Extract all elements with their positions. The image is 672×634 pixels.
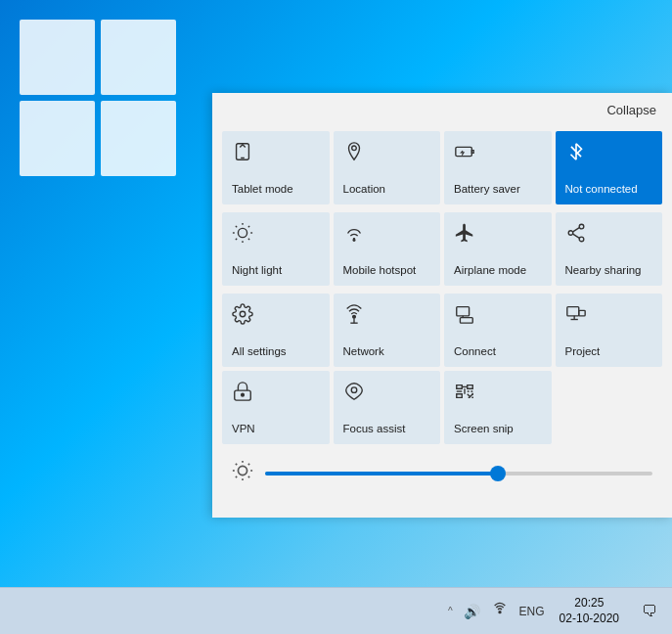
night-light-icon xyxy=(232,222,253,247)
svg-rect-23 xyxy=(457,307,470,316)
network-icon xyxy=(343,303,365,328)
nearby-sharing-label: Nearby sharing xyxy=(565,264,642,278)
tablet-mode-label: Tablet mode xyxy=(232,183,293,197)
tile-focus-assist[interactable]: Focus assist xyxy=(334,371,441,444)
taskbar-notification-button[interactable]: 🗨 xyxy=(631,588,668,635)
taskbar-language[interactable]: ENG xyxy=(516,603,548,620)
tile-bluetooth[interactable]: Not connected xyxy=(556,131,663,204)
all-settings-icon xyxy=(232,303,253,328)
taskbar-clock[interactable]: 20:25 02-10-2020 xyxy=(554,596,625,626)
svg-point-19 xyxy=(240,311,246,317)
svg-point-14 xyxy=(579,224,584,229)
network-label: Network xyxy=(343,345,384,359)
location-icon xyxy=(343,141,365,165)
focus-assist-label: Focus assist xyxy=(343,423,406,436)
logo-pane-br xyxy=(101,101,176,176)
svg-line-18 xyxy=(572,234,579,238)
tiles-grid-row4: VPN Focus assist xyxy=(212,371,672,448)
mobile-hotspot-label: Mobile hotspot xyxy=(343,264,417,278)
vpn-icon xyxy=(232,381,253,405)
collapse-button[interactable]: Collapse xyxy=(212,93,672,127)
svg-line-8 xyxy=(248,239,249,240)
taskbar-right: ^ 🔊 ENG 20:25 02-10-2020 🗨 xyxy=(448,588,668,634)
svg-rect-26 xyxy=(566,307,578,316)
connect-label: Connect xyxy=(454,345,496,359)
location-label: Location xyxy=(343,183,385,197)
battery-saver-label: Battery saver xyxy=(454,183,520,197)
svg-point-45 xyxy=(499,611,501,613)
bluetooth-label: Not connected xyxy=(565,183,638,197)
brightness-thumb xyxy=(490,466,506,481)
tile-network[interactable]: Network xyxy=(334,294,441,367)
svg-rect-27 xyxy=(578,310,584,316)
svg-line-40 xyxy=(248,476,249,477)
clock-time: 20:25 xyxy=(574,596,604,611)
svg-point-13 xyxy=(353,239,355,241)
tile-location[interactable]: Location xyxy=(334,131,441,204)
night-light-label: Night light xyxy=(232,264,282,278)
tile-tablet-mode[interactable]: Tablet mode xyxy=(222,131,330,204)
brightness-row xyxy=(212,448,672,498)
battery-saver-icon xyxy=(454,141,475,165)
brightness-slider[interactable] xyxy=(265,472,652,476)
project-icon xyxy=(565,303,587,328)
tablet-mode-icon xyxy=(232,141,253,165)
tile-empty xyxy=(556,371,663,444)
mobile-hotspot-icon xyxy=(343,222,365,247)
svg-line-17 xyxy=(572,228,579,232)
tile-nearby-sharing[interactable]: Nearby sharing xyxy=(556,212,663,286)
logo-pane-bl xyxy=(20,101,95,176)
logo-pane-tl xyxy=(20,20,95,95)
tile-battery-saver[interactable]: Battery saver xyxy=(444,131,552,204)
tile-all-settings[interactable]: All settings xyxy=(222,294,330,367)
tile-vpn[interactable]: VPN xyxy=(222,371,330,444)
screen-snip-icon xyxy=(454,381,475,405)
svg-point-15 xyxy=(568,231,573,236)
svg-line-12 xyxy=(248,226,249,227)
action-center: Collapse Tablet mode Location xyxy=(212,93,672,518)
svg-point-36 xyxy=(238,466,246,475)
svg-point-4 xyxy=(238,228,246,237)
taskbar-volume-icon[interactable]: 🔊 xyxy=(461,602,483,621)
svg-point-31 xyxy=(242,393,245,396)
tile-airplane-mode[interactable]: Airplane mode xyxy=(444,212,552,286)
airplane-mode-icon xyxy=(454,222,475,247)
tiles-grid-row1: Tablet mode Location Battery saver xyxy=(212,127,672,208)
tile-project[interactable]: Project xyxy=(556,294,663,367)
svg-point-2 xyxy=(351,146,356,151)
svg-rect-3 xyxy=(456,147,472,156)
brightness-fill xyxy=(265,472,498,476)
focus-assist-icon xyxy=(343,381,365,405)
tile-mobile-hotspot[interactable]: Mobile hotspot xyxy=(334,212,441,286)
tile-connect[interactable]: Connect xyxy=(444,294,552,367)
screen-snip-label: Screen snip xyxy=(454,423,514,436)
svg-line-7 xyxy=(236,226,237,227)
svg-line-44 xyxy=(248,464,249,465)
windows-logo xyxy=(20,20,176,176)
taskbar: ^ 🔊 ENG 20:25 02-10-2020 🗨 xyxy=(0,587,672,634)
connect-icon xyxy=(454,303,475,328)
tile-screen-snip[interactable]: Screen snip xyxy=(444,371,552,444)
svg-rect-24 xyxy=(460,318,472,324)
taskbar-wifi-icon[interactable] xyxy=(489,600,511,622)
bluetooth-icon xyxy=(565,141,587,165)
tiles-grid-row2: Night light Mobile hotspot Airplane mod xyxy=(212,208,672,290)
tiles-grid-row3: All settings Network xyxy=(212,290,672,371)
notification-icon: 🗨 xyxy=(642,603,657,620)
svg-line-11 xyxy=(236,239,237,240)
svg-point-16 xyxy=(579,237,584,242)
brightness-icon xyxy=(232,460,253,486)
svg-line-39 xyxy=(236,464,237,465)
project-label: Project xyxy=(565,345,601,359)
logo-pane-tr xyxy=(101,20,176,95)
all-settings-label: All settings xyxy=(232,345,287,359)
tile-night-light[interactable]: Night light xyxy=(222,212,330,286)
collapse-label: Collapse xyxy=(606,103,656,117)
clock-date: 02-10-2020 xyxy=(560,611,619,627)
vpn-label: VPN xyxy=(232,423,255,436)
airplane-mode-label: Airplane mode xyxy=(454,264,526,278)
taskbar-chevron[interactable]: ^ xyxy=(448,606,453,616)
nearby-sharing-icon xyxy=(565,222,587,247)
svg-point-20 xyxy=(352,315,355,318)
svg-point-32 xyxy=(351,387,357,393)
